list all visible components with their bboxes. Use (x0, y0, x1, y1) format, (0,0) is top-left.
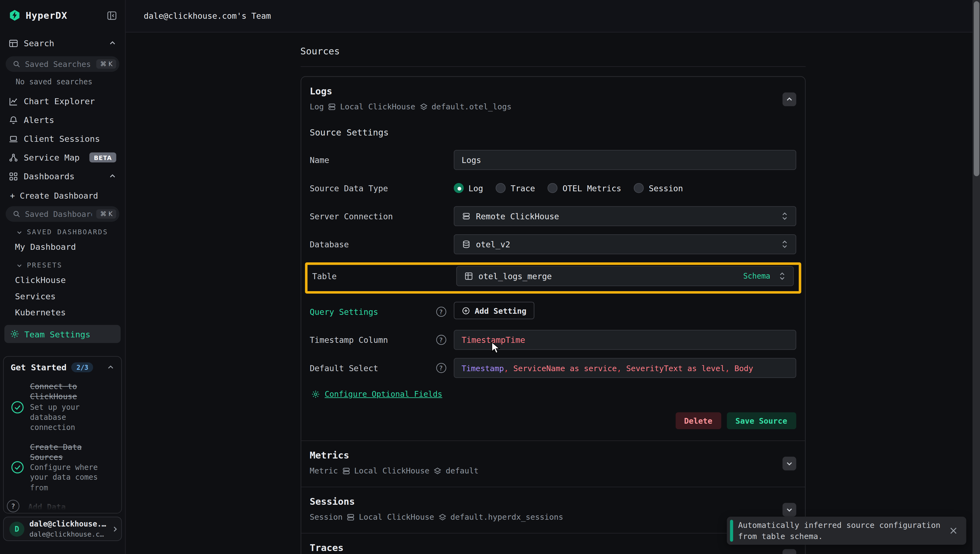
schema-link[interactable]: Schema (743, 272, 770, 280)
server-connection-value: Remote ClickHouse (476, 212, 775, 221)
source-data-type-row: Source Data Type Log Trace OTEL Metrics … (310, 178, 796, 198)
table-select[interactable]: otel_logs_merge Schema (456, 266, 794, 286)
expand-metrics-button[interactable] (782, 457, 796, 470)
preset-item-clickhouse[interactable]: ClickHouse (0, 272, 125, 288)
sidebar-item-client-sessions[interactable]: Client Sessions (0, 129, 125, 148)
selector-chevrons-icon (781, 240, 788, 249)
optional-fields-row: Configure Optional Fields (311, 389, 796, 398)
sidebar-item-label: Service Map (24, 152, 80, 162)
app-window: HyperDX Search Saved Searches ⌘ K No sav… (0, 0, 980, 554)
sidebar-item-chart-explorer[interactable]: Chart Explorer (0, 92, 125, 111)
metrics-section-title: Metrics (310, 450, 796, 461)
help-icon[interactable]: ? (436, 307, 446, 317)
table-row-highlight: Table otel_logs_merge Schema (304, 262, 801, 294)
sidebar-item-label: Chart Explorer (24, 96, 95, 107)
group-saved-dashboards[interactable]: SAVED DASHBOARDS (0, 222, 125, 239)
sources-card: Logs Log Local ClickHouse (300, 76, 805, 554)
name-label: Name (310, 155, 329, 165)
avatar: D (9, 521, 24, 536)
get-started-title: Get Started (11, 363, 67, 373)
radio-trace[interactable]: Trace (496, 183, 535, 193)
sidebar-item-label: Client Sessions (24, 134, 100, 144)
get-started-step-2[interactable]: Create Data Sources Configure where your… (11, 442, 114, 493)
source-kind: Session (310, 513, 343, 522)
expand-traces-button[interactable] (782, 549, 796, 554)
expand-sessions-button[interactable] (782, 503, 796, 517)
table-path: default (446, 466, 478, 475)
scrollbar-thumb[interactable] (974, 2, 979, 176)
database-select[interactable]: otel_v2 (454, 234, 796, 254)
dashboards-icon (9, 172, 18, 181)
sidebar-item-service-map[interactable]: Service Map BETA (0, 148, 125, 167)
step-title: Connect to ClickHouse (30, 382, 77, 401)
radio-selected-icon (454, 183, 464, 193)
close-icon[interactable] (943, 527, 958, 535)
layers-icon (438, 513, 447, 521)
step-subtitle: Configure where your data comes from (30, 463, 98, 492)
layers-icon (419, 102, 428, 111)
help-icon[interactable]: ? (436, 363, 446, 373)
radio-log[interactable]: Log (454, 183, 483, 193)
help-button[interactable]: ? (7, 500, 19, 513)
check-circle-icon (11, 461, 24, 474)
step-title: Add Data (28, 502, 65, 511)
sidebar-section-search[interactable]: Search (0, 34, 125, 53)
table-value: otel_logs_merge (478, 272, 738, 281)
group-title-label: PRESETS (27, 261, 63, 269)
sidebar-item-team-settings[interactable]: Team Settings (4, 325, 121, 343)
sidebar-item-alerts[interactable]: Alerts (0, 110, 125, 129)
team-header: dale@clickhouse.com's Team (126, 0, 980, 32)
preset-item-services[interactable]: Services (0, 288, 125, 304)
preset-item-kubernetes[interactable]: Kubernetes (0, 304, 125, 320)
get-started-panel: Get Started 2/3 Connect to ClickHouse Se… (3, 356, 122, 514)
get-started-step-1[interactable]: Connect to ClickHouse Set up your databa… (11, 382, 114, 433)
collapse-logs-button[interactable] (782, 92, 796, 107)
radio-session[interactable]: Session (634, 183, 683, 193)
query-settings-row: Query Settings ? Add Setting (310, 302, 796, 322)
shortcut-badge: ⌘ K (96, 209, 116, 218)
saved-dashboards-input[interactable]: Saved Dashboards ⌘ K (6, 206, 120, 222)
chevron-up-icon (108, 172, 116, 180)
create-dashboard-button[interactable]: + Create Dashboard (0, 186, 125, 202)
chevron-up-icon (108, 40, 116, 47)
vertical-scrollbar[interactable] (972, 0, 980, 554)
sessions-meta: Session Local ClickHouse default.hyperdx… (310, 513, 796, 522)
saved-searches-input[interactable]: Saved Searches ⌘ K (6, 56, 120, 72)
user-email: dale@clickhouse.c… (29, 530, 104, 538)
name-input[interactable]: Logs (454, 150, 796, 170)
get-started-step-3[interactable]: 3 Add Data Start sending logs, metrics, … (11, 502, 114, 513)
sessions-section-title: Sessions (310, 496, 796, 507)
default-select-row: Default Select ? Timestamp, ServiceName … (310, 358, 796, 378)
timestamp-column-input[interactable]: TimestampTime (454, 330, 796, 350)
sidebar-section-dashboards[interactable]: Dashboards (0, 167, 125, 186)
add-setting-button[interactable]: Add Setting (454, 302, 535, 319)
help-icon[interactable]: ? (436, 335, 446, 345)
table-path: default.hyperdx_sessions (450, 513, 563, 522)
radio-otel-metrics[interactable]: OTEL Metrics (548, 183, 621, 193)
form-actions: Delete Save Source (310, 412, 796, 429)
chevron-up-icon[interactable] (107, 363, 115, 371)
progress-badge: 2/3 (72, 363, 93, 373)
source-kind: Log (310, 102, 324, 111)
sidebar-item-label: Team Settings (24, 329, 91, 339)
logo-row: HyperDX (0, 0, 125, 21)
team-title: dale@clickhouse.com's Team (144, 11, 271, 21)
collapse-sidebar-icon[interactable] (107, 10, 117, 21)
user-profile-card[interactable]: D dale@clickhouse.… dale@clickhouse.c… (3, 517, 122, 541)
metrics-section: Metrics Metric Local ClickHouse (301, 441, 805, 487)
group-presets[interactable]: PRESETS (0, 255, 125, 272)
name-value: Logs (462, 155, 481, 165)
query-settings-label: Query Settings (310, 307, 378, 316)
save-source-button[interactable]: Save Source (727, 412, 796, 429)
server-connection-select[interactable]: Remote ClickHouse (454, 206, 796, 226)
server-name: Local ClickHouse (340, 102, 415, 111)
no-saved-searches-text: No saved searches (0, 72, 125, 92)
logs-meta: Log Local ClickHouse default.otel_logs (310, 102, 796, 111)
default-select-input[interactable]: Timestamp, ServiceName as service, Sever… (454, 358, 796, 378)
delete-button[interactable]: Delete (676, 412, 721, 429)
sidebar-item-label: Dashboards (24, 171, 75, 181)
configure-optional-fields-link[interactable]: Configure Optional Fields (325, 389, 442, 398)
dashboard-item-my-dashboard[interactable]: My Dashboard (0, 239, 125, 255)
table-path: default.otel_logs (432, 102, 512, 111)
layers-icon (433, 466, 442, 475)
